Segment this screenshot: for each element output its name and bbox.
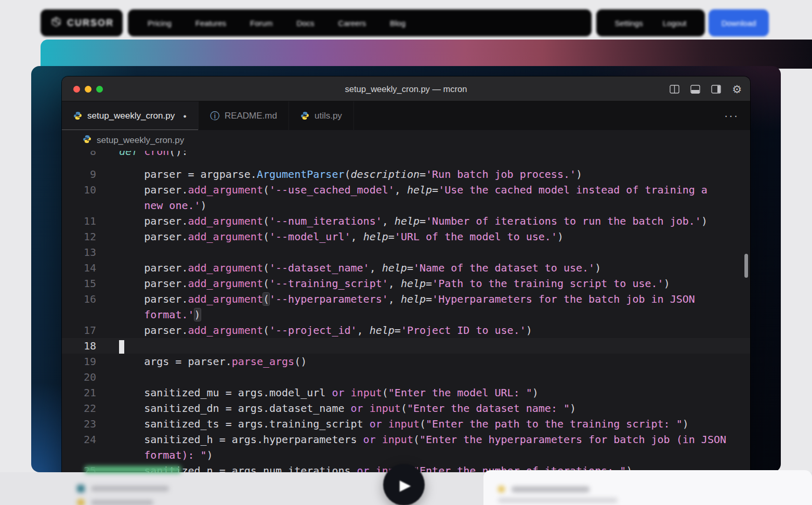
code-line[interactable]: new one.') [119,198,750,213]
tab-label: README.md [225,111,277,121]
list-item-icon [77,499,85,505]
code-token: sanitized_mu = args.model_url [119,386,332,399]
blurred-list-item [77,485,169,493]
code-line[interactable]: args = parser.parse_args() [119,354,750,369]
code-line[interactable]: parser = argparse.ArgumentParser(descrip… [119,166,750,182]
code-token: add_argument [188,230,263,243]
code-line[interactable]: parser.add_argument('--training_script',… [119,276,750,291]
more-actions-button[interactable]: ··· [724,109,739,123]
download-button[interactable]: Download [709,9,769,36]
split-editor-icon[interactable] [670,85,679,94]
code-row[interactable]: 21 sanitized_mu = args.model_url or inpu… [62,385,750,400]
code-row[interactable]: 12 parser.add_argument('--model_url', he… [62,229,750,244]
code-token: help [395,215,420,227]
code-token: "Enter the path to the training script: … [426,418,683,430]
code-token: , [388,277,401,290]
vertical-scrollbar[interactable] [744,254,748,278]
toggle-panel-icon[interactable] [690,85,700,94]
code-row[interactable]: format.') [62,307,750,322]
toggle-secondary-sidebar-icon[interactable] [711,85,721,94]
code-token: , [351,230,363,243]
code-line[interactable] [119,338,750,354]
code-row[interactable]: 10 parser.add_argument('--use_cached_mod… [62,182,750,198]
nav-link-features[interactable]: Features [195,19,226,28]
nav-link-pricing[interactable]: Pricing [148,19,172,28]
code-row[interactable]: 15 parser.add_argument('--training_scrip… [62,276,750,291]
code-token: (): [169,151,188,158]
nav-link-forum[interactable]: Forum [250,19,272,28]
code-line[interactable]: parser.add_argument('--dataset_name', he… [119,260,750,276]
titlebar-actions: ⚙ [670,76,742,101]
code-line[interactable]: parser.add_argument('--use_cached_model'… [119,182,750,198]
blurred-list-item [77,499,153,505]
code-area[interactable]: 8def cron():9 parser = argparse.Argument… [62,151,750,472]
code-token: , [388,293,401,305]
code-row[interactable]: 17 parser.add_argument('--project_id', h… [62,322,750,338]
nav-link-blog[interactable]: Blog [390,19,405,28]
zoom-window-icon[interactable] [96,86,103,93]
nav-link-logout[interactable]: Logout [663,19,687,28]
code-token: , [370,262,382,274]
code-token: = [395,324,401,336]
settings-gear-icon[interactable]: ⚙ [732,84,742,95]
code-token: ( [263,230,269,243]
close-window-icon[interactable] [73,86,80,93]
blurred-side-panel [483,470,812,505]
nav-link-careers[interactable]: Careers [338,19,366,28]
code-line[interactable]: def cron(): [119,151,750,166]
code-token: or [332,386,344,399]
minimize-window-icon[interactable] [85,86,91,93]
nav-link-docs[interactable]: Docs [296,19,314,28]
code-line[interactable]: sanitized_mu = args.model_url or input("… [119,385,750,400]
code-token: format.' [144,308,194,321]
code-line[interactable] [119,369,750,385]
code-row[interactable]: 22 sanitized_dn = args.dataset_name or i… [62,400,750,416]
code-row[interactable]: 24 sanitized_h = args.hyperparameters or… [62,432,750,447]
play-button[interactable]: ▶ [383,464,425,505]
code-line[interactable]: sanitized_dn = args.dataset_name or inpu… [119,400,750,416]
code-token: '--hyperparameters' [269,293,388,305]
code-line[interactable]: format): ") [119,447,750,463]
code-row[interactable]: 13 [62,244,750,260]
code-line[interactable]: sanitized_h = args.hyperparameters or in… [119,432,750,447]
code-row[interactable]: 11 parser.add_argument('--num_iterations… [62,213,750,229]
code-line[interactable]: parser.add_argument('--project_id', help… [119,322,750,338]
code-token: help [407,184,432,196]
code-token: help [401,277,426,290]
code-row[interactable]: 8def cron(): [62,151,750,166]
nav-link-settings[interactable]: Settings [614,19,643,28]
breadcrumb-label: setup_weekly_cron.py [97,135,184,146]
line-number: 9 [62,166,119,182]
code-line[interactable]: format.') [119,307,750,322]
code-token: 'Run batch job process.' [426,168,576,180]
code-line[interactable] [119,244,750,260]
code-row[interactable]: 23 sanitized_ts = args.training_script o… [62,416,750,432]
code-row[interactable]: format): ") [62,447,750,463]
code-row[interactable]: 14 parser.add_argument('--dataset_name',… [62,260,750,276]
code-line[interactable]: parser.add_argument('--hyperparameters',… [119,291,750,307]
nav-links: PricingFeaturesForumDocsCareersBlog [148,19,405,28]
code-token [119,308,144,321]
breadcrumb[interactable]: setup_weekly_cron.py [62,130,750,151]
code-row[interactable]: 18 [62,338,750,354]
tab-setup-weekly-cron[interactable]: setup_weekly_cron.py ● [62,101,199,130]
code-token: ( [420,418,426,430]
code-token: ) [207,449,213,461]
code-line[interactable]: parser.add_argument('--num_iterations', … [119,213,750,229]
site-logo[interactable]: CURSOR [41,9,123,36]
code-line[interactable]: parser.add_argument('--model_url', help=… [119,229,750,244]
code-row[interactable]: new one.') [62,198,750,213]
code-token: 'Hyperparameters for the batch job in JS… [432,293,695,305]
code-row[interactable]: 16 parser.add_argument('--hyperparameter… [62,291,750,307]
code-row[interactable]: 9 parser = argparse.ArgumentParser(descr… [62,166,750,182]
tab-readme[interactable]: ⓘ README.md [199,101,289,130]
code-row[interactable]: 19 args = parser.parse_args() [62,354,750,369]
code-line[interactable]: sanitized_ts = args.training_script or i… [119,416,750,432]
site-logo-text: CURSOR [67,18,114,29]
code-row[interactable]: 20 [62,369,750,385]
code-token: = [420,168,426,180]
tab-utils[interactable]: utils.py [289,101,354,130]
code-token: , [395,184,407,196]
line-number: 14 [62,260,119,276]
modified-dot-icon[interactable]: ● [183,113,187,119]
